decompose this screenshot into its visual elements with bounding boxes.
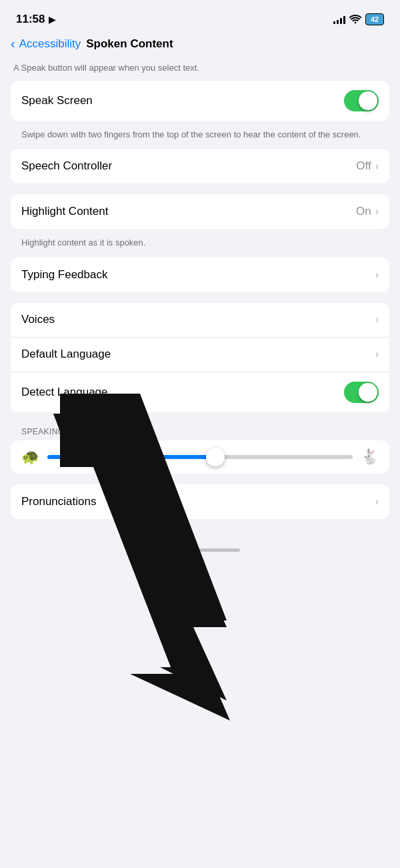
default-language-chevron: › [375, 348, 379, 360]
pronunciations-label: Pronunciations [21, 495, 96, 508]
time-label: 11:58 [16, 13, 45, 26]
detect-language-right [344, 382, 379, 403]
back-button[interactable]: ‹ Accessibility [11, 36, 81, 51]
typing-feedback-chevron: › [375, 269, 379, 281]
language-group: Voices › Default Language › Detect Langu… [11, 303, 389, 412]
detect-language-label: Detect Language [21, 386, 108, 399]
back-chevron-icon: ‹ [11, 36, 15, 51]
wifi-icon [349, 14, 361, 25]
home-indicator [0, 538, 400, 557]
typing-feedback-label: Typing Feedback [21, 268, 107, 282]
voices-row[interactable]: Voices › [11, 303, 389, 338]
detect-language-toggle-knob [359, 383, 377, 402]
status-bar: 11:58 ▶ 42 [0, 0, 400, 33]
bar-4 [343, 16, 345, 24]
speech-controller-group: Speech Controller Off › [11, 149, 389, 183]
detect-language-row[interactable]: Detect Language [11, 372, 389, 412]
speak-screen-toggle[interactable] [344, 90, 379, 111]
rabbit-icon: 🐇 [361, 448, 379, 466]
detect-language-toggle[interactable] [344, 382, 379, 403]
back-label: Accessibility [19, 37, 81, 51]
pronunciations-right: › [375, 496, 379, 508]
speaking-rate-slider-group: 🐢 🐇 [11, 440, 389, 474]
signal-bars [333, 15, 345, 24]
top-description: A Speak button will appear when you sele… [0, 59, 400, 81]
highlight-content-row[interactable]: Highlight Content On › [11, 194, 389, 229]
speak-screen-row[interactable]: Speak Screen [11, 81, 389, 121]
battery-indicator: 42 [365, 13, 384, 25]
location-icon: ▶ [49, 15, 55, 25]
battery-level: 42 [371, 15, 379, 23]
pronunciations-row[interactable]: Pronunciations › [11, 484, 389, 519]
speech-controller-chevron: › [375, 160, 379, 172]
speech-controller-value: Off [356, 159, 371, 173]
status-icons: 42 [333, 13, 384, 25]
turtle-icon: 🐢 [21, 448, 39, 466]
default-language-right: › [375, 348, 379, 360]
typing-feedback-row[interactable]: Typing Feedback › [11, 258, 389, 292]
speak-screen-description: Swipe down with two fingers from the top… [0, 126, 400, 149]
speaking-rate-track[interactable] [47, 455, 353, 459]
bar-3 [340, 18, 342, 24]
speak-screen-label: Speak Screen [21, 94, 93, 107]
bar-1 [333, 21, 335, 24]
voices-label: Voices [21, 313, 55, 326]
typing-feedback-right: › [375, 269, 379, 281]
default-language-label: Default Language [21, 348, 111, 361]
pronunciations-chevron: › [375, 496, 379, 508]
voices-right: › [375, 314, 379, 326]
speech-controller-label: Speech Controller [21, 159, 112, 173]
settings-content: A Speak button will appear when you sele… [0, 59, 400, 538]
bar-2 [337, 20, 339, 24]
highlight-content-description: Highlight content as it is spoken. [0, 234, 400, 257]
pronunciations-group: Pronunciations › [11, 484, 389, 519]
speaking-rate-section-label: SPEAKING RATE [0, 418, 400, 440]
status-time: 11:58 ▶ [16, 13, 55, 26]
highlight-content-right: On › [356, 205, 379, 218]
highlight-content-group: Highlight Content On › [11, 194, 389, 229]
toggle-knob [359, 91, 377, 110]
speak-screen-group: Speak Screen [11, 81, 389, 121]
speak-screen-right [344, 90, 379, 111]
typing-feedback-group: Typing Feedback › [11, 258, 389, 292]
navigation-header: ‹ Accessibility Spoken Content [0, 33, 400, 59]
highlight-content-value: On [356, 205, 371, 218]
speaking-rate-thumb[interactable] [206, 448, 225, 466]
highlight-content-chevron: › [375, 205, 379, 218]
default-language-row[interactable]: Default Language › [11, 338, 389, 372]
speech-controller-right: Off › [356, 159, 379, 173]
home-bar [160, 548, 240, 552]
page-title: Spoken Content [86, 37, 173, 51]
speech-controller-row[interactable]: Speech Controller Off › [11, 149, 389, 183]
highlight-content-label: Highlight Content [21, 205, 108, 218]
voices-chevron: › [375, 314, 379, 326]
